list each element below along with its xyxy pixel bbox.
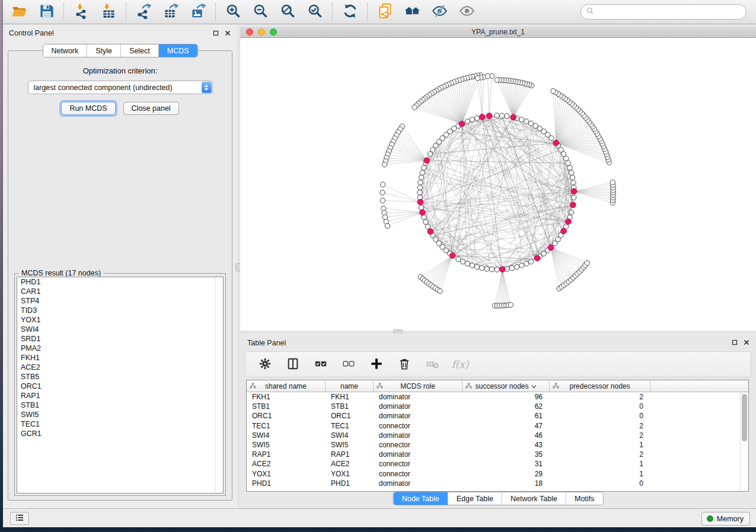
mcds-result-item[interactable]: SRD1: [17, 334, 223, 344]
control-panel-title: Control Panel: [9, 29, 54, 37]
table-cell: connector: [374, 459, 462, 469]
table-tabs: Node TableEdge TableNetwork TableMotifs: [393, 492, 604, 505]
import-network-button[interactable]: [71, 2, 91, 22]
mcds-result-item[interactable]: STB1: [17, 400, 223, 410]
mcds-result-item[interactable]: YOX1: [17, 315, 223, 325]
add-column-button[interactable]: [369, 357, 384, 372]
column-header-successor-nodes[interactable]: successor nodes: [462, 380, 550, 392]
mcds-result-item[interactable]: STB5: [17, 372, 223, 382]
mcds-result-item[interactable]: SWI5: [17, 410, 223, 419]
table-cell: 2: [550, 431, 650, 440]
save-session-button[interactable]: [36, 2, 56, 22]
zoom-fit-icon: [280, 3, 296, 21]
table-row[interactable]: FKH1FKH1dominator962: [247, 392, 748, 402]
toolbar-separator: [367, 3, 368, 21]
mcds-result-item[interactable]: ACE2: [17, 363, 223, 372]
network-canvas[interactable]: [240, 38, 756, 331]
float-table-panel-button[interactable]: [731, 339, 738, 347]
export-table-button[interactable]: [161, 2, 181, 22]
delete-column-button[interactable]: [397, 357, 412, 372]
zoom-in-button[interactable]: [223, 2, 243, 22]
tab-edge-table[interactable]: Edge Table: [448, 492, 502, 505]
zoom-selected-button[interactable]: [305, 2, 325, 22]
tab-network[interactable]: Network: [43, 44, 87, 57]
network-area: YPA_prune.txt_1 Table Panel f(x) shared …: [240, 24, 756, 508]
mcds-result-item[interactable]: CAR1: [17, 287, 223, 296]
run-mcds-button[interactable]: Run MCDS: [61, 102, 115, 115]
deselect-all-rows-button[interactable]: [341, 357, 356, 372]
show-eye-button[interactable]: [457, 2, 477, 22]
refresh-layout-button[interactable]: [340, 2, 360, 22]
mcds-result-item[interactable]: TID3: [17, 306, 223, 315]
table-cell: 1: [550, 459, 650, 469]
table-row[interactable]: ORC1ORC1dominator610: [247, 411, 748, 421]
mcds-result-item[interactable]: PHD1: [17, 277, 223, 287]
optimization-criterion-select[interactable]: largest connected component (undirected): [28, 81, 213, 94]
table-row[interactable]: ACE2ACE2connector311: [247, 459, 748, 469]
tab-select[interactable]: Select: [121, 44, 159, 57]
import-table-icon: [101, 3, 117, 21]
tab-mcds[interactable]: MCDS: [159, 44, 197, 57]
table-scrollbar[interactable]: [740, 392, 748, 491]
mcds-result-item[interactable]: STP4: [17, 296, 223, 306]
export-network-icon: [136, 3, 152, 21]
split-columns-button[interactable]: [285, 357, 301, 372]
mcds-result-list: PHD1CAR1STP4TID3YOX1SWI4SRD1PMA2FKH1ACE2…: [17, 277, 224, 493]
table-cell: connector: [374, 440, 462, 450]
table-cell: TEC1: [247, 421, 326, 431]
table-cell: SWI4: [247, 431, 326, 440]
result-scrollbar[interactable]: [215, 277, 223, 493]
toolbar-group: [223, 2, 325, 22]
table-panel-header: Table Panel: [240, 334, 756, 350]
close-table-panel-button[interactable]: [742, 339, 750, 347]
column-header-shared-name[interactable]: shared name: [247, 380, 326, 392]
mcds-result-item[interactable]: PMA2: [17, 344, 223, 353]
toggle-visual-style-button[interactable]: [429, 2, 449, 22]
export-image-button[interactable]: [188, 2, 208, 22]
mcds-result-item[interactable]: RAP1: [17, 391, 223, 400]
memory-button[interactable]: Memory: [701, 512, 750, 525]
mcds-result-item[interactable]: FKH1: [17, 353, 223, 363]
mcds-result-item[interactable]: ORC1: [17, 382, 223, 391]
search-input[interactable]: [595, 6, 746, 18]
table-cell: STB1: [326, 402, 374, 411]
column-label: name: [340, 382, 358, 390]
clone-network-button[interactable]: [375, 2, 395, 22]
column-header-name[interactable]: name: [326, 380, 374, 392]
table-row[interactable]: RAP1RAP1dominator352: [247, 450, 748, 459]
column-header-predecessor-nodes[interactable]: predecessor nodes: [550, 380, 650, 392]
network-window-titlebar[interactable]: YPA_prune.txt_1: [240, 27, 756, 38]
mcds-result-item[interactable]: SWI4: [17, 325, 223, 334]
table-row[interactable]: PHD1PHD1dominator180: [247, 479, 748, 488]
import-table-button[interactable]: [98, 2, 119, 22]
table-cell: ORC1: [247, 411, 326, 421]
zoom-out-button[interactable]: [250, 2, 270, 22]
toggle-visual-style-icon: [432, 3, 448, 21]
close-panel-button[interactable]: [224, 30, 231, 37]
close-panel-button-mcds[interactable]: Close panel: [123, 102, 179, 115]
task-history-button[interactable]: [10, 512, 29, 525]
zoom-fit-button[interactable]: [277, 2, 298, 22]
network-graph[interactable]: [240, 38, 756, 331]
network-overview-button[interactable]: [402, 2, 422, 22]
mcds-result-item[interactable]: GCR1: [17, 429, 223, 438]
table-row[interactable]: TEC1TEC1connector472: [247, 421, 748, 431]
tab-motifs[interactable]: Motifs: [566, 492, 602, 505]
float-panel-button[interactable]: [212, 30, 219, 37]
tab-node-table[interactable]: Node Table: [394, 492, 448, 505]
mcds-result-item[interactable]: TEC1: [17, 419, 223, 429]
tab-style[interactable]: Style: [87, 44, 121, 57]
optimization-criterion-value: largest connected component (undirected): [28, 84, 202, 92]
open-session-button[interactable]: [9, 2, 29, 22]
select-all-rows-button[interactable]: [313, 357, 328, 372]
column-header-MCDS-role[interactable]: MCDS role: [374, 380, 462, 392]
table-row[interactable]: SWI5SWI5connector431: [247, 440, 748, 450]
settings-button[interactable]: [257, 357, 273, 372]
table-row[interactable]: SWI4SWI4dominator462: [247, 431, 748, 440]
function-builder-button: f(x): [452, 357, 468, 372]
table-row[interactable]: STB1STB1dominator620: [247, 402, 748, 411]
export-network-button[interactable]: [133, 2, 154, 22]
scrollbar-thumb[interactable]: [742, 394, 747, 441]
table-row[interactable]: YOX1YOX1connector291: [247, 469, 748, 479]
tab-network-table[interactable]: Network Table: [502, 492, 566, 505]
